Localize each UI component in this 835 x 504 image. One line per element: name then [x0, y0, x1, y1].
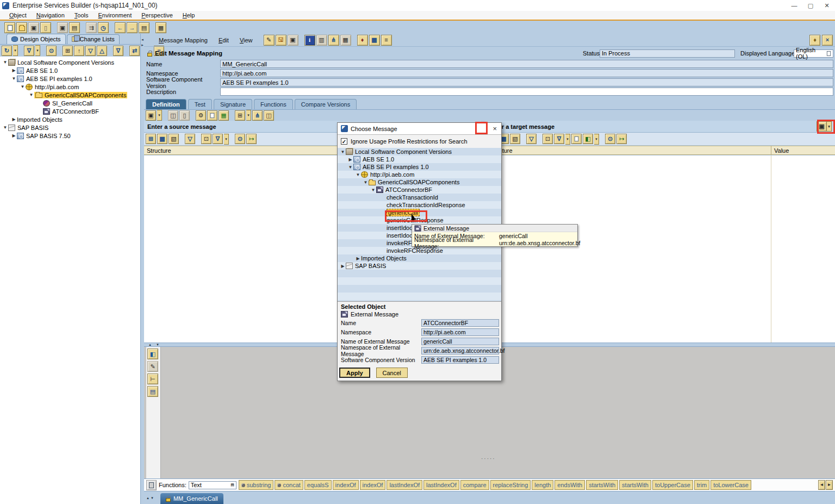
expander-icon[interactable] — [340, 264, 346, 269]
expand-all-button[interactable] — [97, 46, 107, 56]
minimize-icon[interactable]: — — [786, 1, 802, 10]
description-field[interactable] — [220, 88, 833, 96]
expander-icon[interactable] — [11, 117, 17, 122]
scroll-left-icon[interactable]: ◄ — [818, 480, 825, 490]
menu-navigation[interactable]: Navigation — [32, 12, 70, 18]
tree-item-highlighted[interactable]: GenericCallSOAPComponents — [0, 91, 140, 99]
log-button[interactable] — [381, 35, 392, 46]
dialog-close-icon[interactable]: × — [493, 125, 498, 133]
expander-icon[interactable] — [347, 165, 353, 170]
map-selection-dropdown-icon[interactable]: ▾ — [594, 134, 599, 145]
canvas-drag-handle[interactable]: ····· — [481, 456, 496, 462]
find-button[interactable] — [605, 134, 615, 144]
expander-icon[interactable] — [11, 76, 17, 81]
tree-item[interactable]: http://pi.aeb.com — [0, 83, 140, 91]
pair-view-button[interactable] — [168, 110, 178, 121]
tab-signature[interactable]: Signature — [214, 99, 252, 109]
refresh-button[interactable] — [2, 46, 12, 56]
export-button[interactable] — [246, 134, 257, 144]
user-role-button[interactable] — [809, 35, 820, 46]
expander-icon[interactable] — [370, 188, 376, 192]
refresh-dropdown-icon[interactable]: ▾ — [13, 45, 18, 56]
function-trim[interactable]: trim — [694, 480, 709, 490]
tabstrip-down-icon[interactable]: ▼ — [151, 496, 154, 500]
copy-button[interactable] — [28, 22, 39, 33]
copy-objects-button[interactable] — [57, 22, 68, 33]
check-button[interactable]: ♦ — [357, 35, 368, 46]
menu-perspective[interactable]: Perspective — [136, 12, 177, 18]
function-indexof[interactable]: indexOf — [333, 480, 359, 490]
bottom-tab-mm-genericcall[interactable]: MM_GenericCall — [160, 493, 223, 504]
tree-item[interactable]: AEB SE 1.0 — [338, 155, 501, 163]
ignore-usage-checkbox[interactable] — [341, 138, 347, 145]
displayed-language-field[interactable]: English (OL) — [794, 49, 833, 58]
filter-button[interactable] — [24, 46, 34, 56]
edit-function-button[interactable] — [147, 361, 158, 372]
dependencies-dropdown-icon[interactable]: ▾ — [246, 110, 251, 121]
close-view-button[interactable] — [822, 35, 833, 46]
function-concat[interactable]: concat — [275, 480, 303, 490]
expander-icon[interactable] — [347, 157, 353, 162]
overlap-button[interactable] — [264, 110, 274, 121]
workbench-button[interactable] — [155, 22, 166, 33]
function-equals[interactable]: equalsS — [304, 480, 332, 490]
function-startswith[interactable]: startsWith — [586, 480, 618, 490]
function-length[interactable]: length — [532, 480, 553, 490]
annotation-button[interactable] — [201, 134, 211, 144]
tree-item[interactable]: GenericCallSOAPComponents — [338, 178, 501, 186]
tab-design-objects[interactable]: Design Objects — [7, 34, 66, 44]
new-object-button[interactable] — [4, 22, 15, 33]
expander-icon[interactable] — [11, 68, 17, 73]
tabular-view-button[interactable] — [369, 35, 380, 46]
expander-icon[interactable] — [11, 133, 17, 138]
new-subtree-button[interactable] — [63, 46, 73, 56]
collapse-up-icon[interactable]: ▲ — [148, 343, 152, 346]
documentation-button[interactable] — [316, 35, 327, 46]
history-button[interactable] — [98, 22, 109, 33]
tree-item[interactable]: AEB SE PI examples 1.0 — [0, 74, 140, 83]
tree-item[interactable]: SAP BASIS — [338, 262, 501, 270]
expander-icon[interactable] — [20, 84, 26, 89]
tree-item[interactable]: Local Software Component Versions — [338, 148, 501, 155]
close-icon[interactable]: ✕ — [819, 1, 835, 10]
tab-change-lists[interactable]: Change Lists — [67, 34, 120, 44]
function-startswith[interactable]: startsWith — [619, 480, 651, 490]
maximize-icon[interactable]: ▢ — [802, 1, 819, 10]
tab-compare-versions[interactable]: Compare Versions — [295, 99, 357, 109]
dependencies-view-button[interactable] — [147, 374, 158, 384]
tree-item[interactable]: SAP BASIS — [0, 123, 140, 132]
function-substring[interactable]: substring — [239, 480, 274, 490]
copy-button[interactable] — [288, 35, 298, 46]
vertical-splitter[interactable]: ◄ ► — [140, 34, 144, 504]
expander-icon[interactable] — [2, 60, 8, 65]
menu-object[interactable]: Object — [4, 12, 32, 18]
swap-button[interactable] — [129, 46, 140, 56]
worklist-button[interactable] — [139, 22, 149, 33]
back-button[interactable] — [115, 22, 126, 33]
document-button[interactable] — [571, 134, 582, 144]
transport-button[interactable] — [86, 22, 97, 33]
expander-icon[interactable] — [340, 150, 346, 154]
menu-view[interactable]: View — [235, 37, 258, 43]
expander-icon[interactable] — [2, 125, 8, 130]
tree-item[interactable]: AEB SE 1.0 — [0, 66, 140, 74]
menu-tools[interactable]: Tools — [70, 12, 94, 18]
filter-structure-dropdown-icon[interactable]: ▾ — [224, 134, 229, 145]
menu-message-mapping[interactable]: Message Mapping — [154, 37, 213, 43]
function-endswith[interactable]: endsWith — [554, 480, 585, 490]
tree-item[interactable]: Imported Objects — [338, 254, 501, 262]
dependencies-button[interactable] — [235, 110, 245, 121]
show-mapping-button[interactable] — [147, 349, 158, 359]
grid-view-button[interactable] — [157, 134, 167, 144]
tab-functions[interactable]: Functions — [254, 99, 293, 109]
forward-button[interactable] — [127, 22, 138, 33]
delete-button[interactable]: ▯ — [40, 22, 51, 33]
function-compare[interactable]: compare — [460, 480, 489, 490]
document-check-button[interactable] — [207, 110, 217, 121]
quality-button[interactable] — [526, 134, 537, 144]
map-selection-button[interactable] — [583, 134, 593, 144]
tree-item[interactable]: ATCConnectorBF — [338, 186, 501, 194]
function-lastindexof[interactable]: lastIndexOf — [387, 480, 422, 490]
apply-button[interactable]: Apply — [339, 368, 370, 378]
collapse-down-icon[interactable]: ▼ — [156, 343, 159, 346]
